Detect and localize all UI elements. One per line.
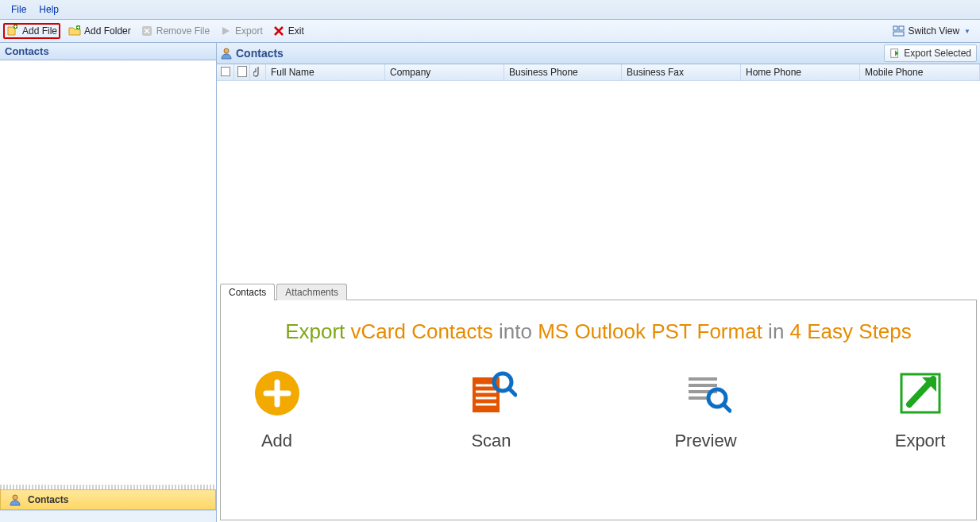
dropdown-arrow-icon: ▼ — [964, 28, 970, 35]
export-selected-button[interactable]: Export Selected — [884, 44, 977, 62]
add-folder-button[interactable]: Add Folder — [65, 23, 134, 39]
detail-tabs: Contacts Attachments — [217, 283, 980, 300]
svg-point-6 — [13, 495, 17, 500]
step-add: Add — [230, 368, 325, 451]
promo-steps: Add Scan — [230, 368, 968, 451]
scan-icon — [466, 368, 517, 421]
panel-header: Contacts Export Selected — [217, 43, 980, 64]
export-selected-icon — [889, 48, 901, 59]
add-folder-label: Add Folder — [84, 25, 131, 37]
document-icon — [237, 66, 247, 79]
svg-rect-5 — [893, 32, 904, 36]
step-scan-label: Scan — [471, 431, 511, 451]
remove-file-label: Remove File — [156, 25, 210, 37]
preview-icon — [681, 368, 731, 421]
add-folder-icon — [68, 25, 81, 37]
add-file-icon — [6, 25, 19, 37]
sidebar: Contacts Contacts — [0, 43, 217, 522]
main-area: Contacts Export Selected Full Name Compa… — [217, 43, 980, 522]
exit-icon — [272, 25, 285, 37]
export-arrow-icon — [895, 368, 946, 421]
exit-label: Exit — [288, 25, 304, 37]
tab-attachments[interactable]: Attachments — [276, 284, 347, 300]
svg-rect-4 — [899, 26, 904, 30]
nav-contacts[interactable]: Contacts — [0, 489, 216, 510]
col-business-fax[interactable]: Business Fax — [622, 64, 741, 80]
panel-contacts-icon — [220, 47, 233, 60]
grid-header: Full Name Company Business Phone Busines… — [217, 64, 980, 81]
svg-rect-10 — [237, 66, 246, 76]
export-play-icon — [219, 25, 232, 37]
add-file-button[interactable]: Add File — [3, 23, 60, 39]
switch-view-label: Switch View — [909, 25, 959, 37]
add-file-label: Add File — [22, 25, 57, 37]
grid-body[interactable] — [217, 81, 980, 280]
step-preview: Preview — [658, 368, 754, 451]
svg-rect-9 — [221, 67, 230, 75]
folder-tree[interactable] — [0, 60, 216, 485]
remove-file-button[interactable]: Remove File — [137, 23, 213, 39]
nav-contacts-label: Contacts — [28, 494, 68, 505]
col-business-phone[interactable]: Business Phone — [504, 64, 622, 80]
paperclip-icon — [253, 66, 263, 79]
export-label: Export — [235, 25, 263, 37]
col-fullname[interactable]: Full Name — [266, 64, 385, 80]
svg-rect-3 — [893, 26, 897, 30]
tab-contacts[interactable]: Contacts — [220, 284, 275, 300]
svg-point-7 — [224, 48, 229, 53]
export-selected-label: Export Selected — [904, 48, 971, 59]
col-home-phone[interactable]: Home Phone — [741, 64, 860, 80]
sidebar-header: Contacts — [0, 43, 216, 60]
promo-panel: Export vCard Contacts into MS Outlook PS… — [220, 300, 977, 520]
step-preview-label: Preview — [674, 431, 736, 451]
switch-view-icon — [893, 25, 905, 37]
promo-title: Export vCard Contacts into MS Outlook PS… — [285, 319, 912, 344]
step-export: Export — [873, 368, 968, 451]
col-company[interactable]: Company — [385, 64, 504, 80]
step-scan: Scan — [444, 368, 539, 451]
export-button[interactable]: Export — [216, 23, 266, 39]
step-add-label: Add — [261, 431, 292, 451]
col-checkbox[interactable] — [217, 64, 234, 80]
panel-title: Contacts — [236, 47, 284, 60]
add-circle-icon — [252, 368, 303, 421]
col-mobile-phone[interactable]: Mobile Phone — [860, 64, 980, 80]
step-export-label: Export — [895, 431, 946, 451]
remove-icon — [141, 25, 153, 37]
checkbox-icon — [221, 67, 230, 79]
toolbar: Add File Add Folder Remove File Export E… — [0, 20, 980, 43]
menu-bar: File Help — [0, 0, 980, 20]
menu-help[interactable]: Help — [33, 2, 65, 17]
sidebar-footer — [0, 510, 216, 522]
col-doc-icon[interactable] — [234, 64, 250, 80]
exit-button[interactable]: Exit — [269, 23, 307, 39]
col-attachment-icon[interactable] — [250, 64, 266, 80]
switch-view-button[interactable]: Switch View ▼ — [889, 23, 974, 39]
contacts-icon — [9, 493, 21, 506]
menu-file[interactable]: File — [5, 2, 33, 17]
